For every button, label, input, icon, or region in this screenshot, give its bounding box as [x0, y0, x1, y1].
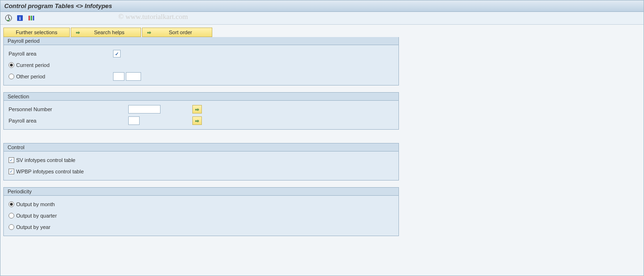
sv-infotypes-checkbox[interactable]: ✓ SV infotypes control table — [9, 157, 76, 163]
radio-icon — [9, 224, 14, 230]
selection-header: Selection — [4, 93, 398, 101]
payroll-area-multi-button[interactable]: ⇨ — [192, 116, 202, 125]
variant-icon[interactable] — [27, 14, 36, 22]
payroll-period-group: Payroll period Payroll area ✓ Current pe… — [3, 37, 399, 86]
selection-buttons-row: Further selections ⇨ Search helps ⇨ Sort… — [3, 28, 641, 37]
further-selections-label: Further selections — [16, 29, 57, 35]
search-helps-button[interactable]: ⇨ Search helps — [71, 28, 141, 37]
sv-infotypes-label: SV infotypes control table — [16, 157, 76, 163]
radio-icon — [9, 62, 14, 68]
periodicity-group: Periodicity Output by month Output by qu… — [3, 187, 399, 236]
radio-icon — [9, 74, 14, 79]
output-year-label: Output by year — [16, 224, 50, 230]
wpbp-infotypes-checkbox[interactable]: ✓ WPBP infotypes control table — [9, 169, 84, 174]
periodicity-header: Periodicity — [4, 188, 398, 196]
further-selections-button[interactable]: Further selections — [3, 28, 70, 37]
output-quarter-radio[interactable]: Output by quarter — [9, 213, 57, 219]
page-title: Control program Tables <> Infotypes — [4, 2, 112, 10]
toolbar: i © www.tutorialkart.com — [0, 12, 644, 25]
svg-text:i: i — [19, 15, 20, 21]
wpbp-infotypes-label: WPBP infotypes control table — [16, 169, 84, 174]
svg-rect-5 — [33, 16, 34, 20]
payroll-area-label: Payroll area — [9, 51, 113, 57]
execute-icon[interactable] — [4, 14, 13, 22]
control-header: Control — [4, 143, 398, 152]
sort-order-button[interactable]: ⇨ Sort order — [142, 28, 212, 37]
content-area: Further selections ⇨ Search helps ⇨ Sort… — [0, 25, 644, 246]
output-month-radio[interactable]: Output by month — [9, 201, 55, 207]
checkbox-icon: ✓ — [9, 157, 14, 163]
output-year-radio[interactable]: Output by year — [9, 224, 50, 230]
search-helps-label: Search helps — [83, 29, 136, 35]
current-period-radio[interactable]: Current period — [9, 62, 113, 68]
other-period-radio[interactable]: Other period — [9, 74, 113, 79]
other-period-label: Other period — [16, 74, 45, 79]
radio-icon — [9, 213, 14, 219]
personnel-number-label: Personnel Number — [9, 106, 128, 112]
control-group: Control ✓ SV infotypes control table ✓ W… — [3, 143, 399, 181]
personnel-number-multi-button[interactable]: ⇨ — [192, 105, 202, 114]
other-period-field-1[interactable] — [113, 72, 124, 81]
output-quarter-label: Output by quarter — [16, 213, 57, 219]
checkbox-icon: ✓ — [9, 169, 14, 174]
current-period-label: Current period — [16, 62, 49, 68]
payroll-period-header: Payroll period — [4, 37, 398, 45]
watermark: © www.tutorialkart.com — [118, 13, 188, 21]
arrow-right-icon: ⇨ — [76, 30, 80, 35]
other-period-field-2[interactable] — [126, 72, 141, 81]
radio-icon — [9, 201, 14, 207]
title-bar: Control program Tables <> Infotypes — [0, 0, 644, 12]
selection-payroll-area-label: Payroll area — [9, 118, 128, 124]
sort-order-label: Sort order — [154, 29, 207, 35]
personnel-number-input[interactable] — [128, 105, 161, 114]
selection-group: Selection Personnel Number ⇨ Payroll are… — [3, 92, 399, 130]
svg-rect-4 — [31, 16, 32, 20]
selection-payroll-area-input[interactable] — [128, 116, 140, 125]
output-month-label: Output by month — [16, 201, 55, 207]
payroll-area-indicator[interactable]: ✓ — [113, 50, 121, 57]
svg-rect-3 — [28, 16, 30, 20]
info-icon[interactable]: i — [16, 14, 24, 22]
arrow-right-icon: ⇨ — [147, 30, 151, 35]
